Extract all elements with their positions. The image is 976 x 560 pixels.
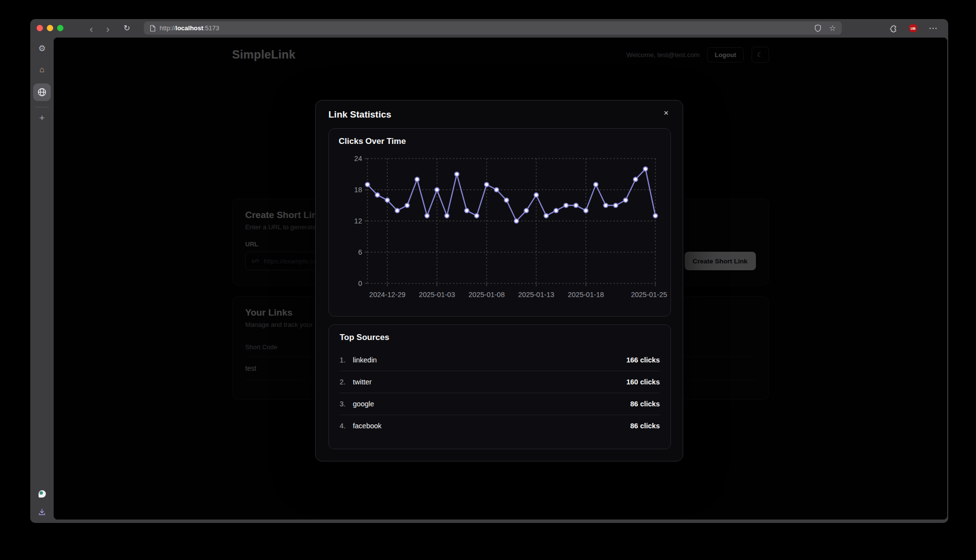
address-bar[interactable]: http://localhost:5173 ☆ bbox=[144, 21, 842, 35]
clicks-line-series bbox=[367, 169, 655, 221]
x-axis-label: 2025-01-18 bbox=[568, 291, 604, 299]
window-minimize-button[interactable] bbox=[47, 25, 53, 31]
window-zoom-button[interactable] bbox=[57, 25, 63, 31]
data-point bbox=[604, 203, 608, 207]
modal-title: Link Statistics bbox=[328, 109, 391, 120]
back-icon: ‹ bbox=[90, 23, 93, 34]
data-point bbox=[564, 203, 568, 207]
extensions-puzzle-icon[interactable] bbox=[889, 24, 897, 33]
source-rank: 2. bbox=[340, 378, 353, 386]
source-list-item: 1. linkedin 166 clicks bbox=[340, 349, 660, 371]
y-axis-label: 12 bbox=[354, 217, 362, 225]
source-clicks: 86 clicks bbox=[630, 400, 660, 408]
data-point bbox=[485, 182, 488, 186]
home-tab-icon[interactable]: ⌂ bbox=[40, 65, 44, 74]
source-name: google bbox=[353, 400, 374, 408]
page-icon bbox=[150, 25, 156, 32]
tab-sidebar: ⚙ ⌂ + bbox=[30, 38, 54, 523]
data-point bbox=[405, 203, 409, 207]
x-axis-label: 2024-12-29 bbox=[369, 291, 406, 299]
data-point bbox=[505, 198, 508, 202]
active-tab-globe[interactable] bbox=[33, 83, 51, 101]
data-point bbox=[544, 214, 548, 218]
source-clicks: 86 clicks bbox=[630, 422, 660, 430]
url-host: localhost bbox=[176, 24, 203, 32]
source-list-item: 2. twitter 160 clicks bbox=[340, 371, 660, 393]
menu-ellipsis-icon[interactable]: ⋯ bbox=[929, 24, 937, 33]
data-point bbox=[455, 172, 459, 176]
source-clicks: 166 clicks bbox=[626, 356, 660, 364]
sidebar-divider bbox=[35, 107, 49, 107]
new-tab-plus-icon[interactable]: + bbox=[39, 113, 44, 122]
data-point bbox=[445, 214, 449, 218]
data-point bbox=[534, 193, 538, 197]
y-axis-label: 6 bbox=[358, 248, 362, 256]
data-point bbox=[435, 188, 439, 192]
y-axis-label: 24 bbox=[354, 155, 362, 162]
link-statistics-modal: Link Statistics × Clicks Over Time 06121… bbox=[315, 100, 683, 461]
data-point bbox=[653, 214, 657, 218]
downloads-icon[interactable] bbox=[38, 508, 46, 516]
data-point bbox=[624, 198, 628, 202]
data-point bbox=[574, 203, 578, 207]
back-button[interactable]: ‹ bbox=[85, 19, 98, 38]
x-axis-label: 2025-01-13 bbox=[518, 291, 554, 299]
source-rank: 3. bbox=[340, 400, 353, 408]
settings-gear-icon[interactable]: ⚙ bbox=[38, 44, 45, 53]
data-point bbox=[554, 208, 558, 212]
browser-window: ‹ › ↻ http://localhost:5173 ☆ bbox=[30, 19, 948, 523]
data-point bbox=[633, 177, 637, 181]
tracking-shield-icon[interactable] bbox=[814, 24, 821, 32]
traffic-lights bbox=[37, 25, 63, 31]
x-axis-label: 2025-01-25 bbox=[631, 291, 667, 299]
y-axis-label: 18 bbox=[354, 186, 362, 194]
window-close-button[interactable] bbox=[37, 25, 43, 31]
source-name: twitter bbox=[353, 378, 372, 386]
y-axis-label: 0 bbox=[358, 280, 362, 287]
bookmark-star-icon[interactable]: ☆ bbox=[829, 24, 836, 32]
browser-toolbar: ‹ › ↻ http://localhost:5173 ☆ bbox=[30, 19, 948, 38]
clicks-over-time-panel: Clicks Over Time 061218242024-12-292025-… bbox=[328, 128, 671, 317]
chart-panel-title: Clicks Over Time bbox=[339, 137, 661, 146]
source-rank: 1. bbox=[340, 356, 353, 364]
reload-icon: ↻ bbox=[123, 24, 130, 32]
data-point bbox=[613, 203, 617, 207]
url-scheme: http:// bbox=[160, 24, 176, 32]
data-point bbox=[475, 214, 479, 218]
x-axis-label: 2025-01-08 bbox=[468, 291, 505, 299]
source-name: facebook bbox=[353, 422, 382, 430]
data-point bbox=[584, 208, 588, 212]
x-axis-label: 2025-01-03 bbox=[419, 291, 455, 299]
data-point bbox=[415, 177, 419, 181]
url-port: :5173 bbox=[203, 24, 220, 32]
reload-button[interactable]: ↻ bbox=[121, 19, 133, 38]
globe-icon bbox=[37, 87, 47, 97]
source-name: linkedin bbox=[353, 356, 377, 364]
source-rank: 4. bbox=[340, 422, 353, 430]
data-point bbox=[385, 198, 389, 202]
ublock-extension-icon[interactable]: UB bbox=[909, 24, 917, 32]
data-point bbox=[514, 219, 518, 223]
top-sources-title: Top Sources bbox=[340, 333, 660, 342]
data-point bbox=[594, 182, 598, 186]
source-list-item: 4. facebook 86 clicks bbox=[340, 415, 660, 437]
close-icon[interactable]: × bbox=[659, 106, 673, 120]
forward-button[interactable]: › bbox=[102, 19, 114, 38]
data-point bbox=[395, 208, 399, 212]
desktop-background: ‹ › ↻ http://localhost:5173 ☆ bbox=[0, 0, 976, 560]
data-point bbox=[524, 208, 528, 212]
data-point bbox=[375, 193, 379, 197]
extension-leaf-icon[interactable] bbox=[39, 490, 46, 498]
source-clicks: 160 clicks bbox=[626, 378, 660, 386]
data-point bbox=[643, 167, 647, 171]
data-point bbox=[465, 208, 468, 212]
forward-icon: › bbox=[106, 23, 110, 34]
data-point bbox=[494, 188, 498, 192]
clicks-over-time-chart: 061218242024-12-292025-01-032025-01-0820… bbox=[332, 150, 669, 313]
top-sources-panel: Top Sources 1. linkedin 166 clicks 2. tw… bbox=[328, 324, 671, 449]
source-list-item: 3. google 86 clicks bbox=[340, 393, 660, 415]
data-point bbox=[425, 214, 429, 218]
data-point bbox=[366, 182, 369, 186]
page-viewport: SimpleLink Welcome, test@test.com Logout… bbox=[54, 38, 947, 520]
